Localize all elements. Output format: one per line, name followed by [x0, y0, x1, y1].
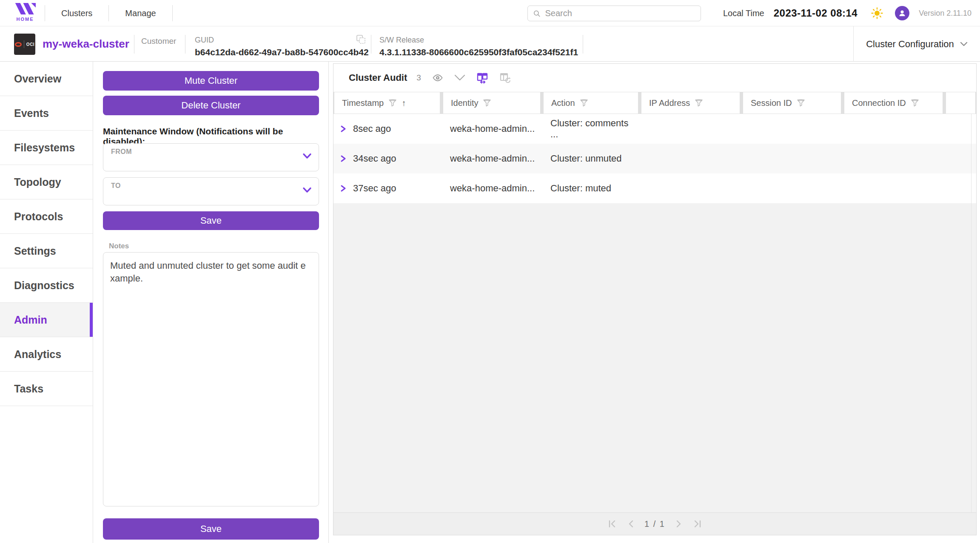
audit-table-row[interactable]: 34sec agoweka-home-admin...Cluster: unmu…	[333, 144, 976, 173]
maintenance-from-select[interactable]: FROM	[103, 143, 319, 171]
delete-cluster-button[interactable]: Delete Cluster	[103, 96, 319, 115]
nav-item-manage[interactable]: Manage	[109, 0, 172, 26]
expand-row-chevron-icon[interactable]	[340, 185, 346, 192]
version-label: Version 2.11.10	[919, 9, 971, 18]
cell-identity: weka-home-admin...	[442, 144, 539, 173]
sidebar-item-label: Settings	[14, 245, 56, 257]
cell-empty	[945, 144, 976, 173]
mute-cluster-button[interactable]: Mute Cluster	[103, 71, 319, 91]
scrollbar-track[interactable]	[971, 114, 971, 512]
weka-logo-icon	[14, 3, 36, 14]
top-bar-right: Local Time 2023-11-02 08:14	[723, 0, 971, 26]
chevron-down-icon	[960, 42, 968, 47]
guid-block: GUID b64c12da-d662-49a7-ba8b-547600cc4b4…	[195, 36, 369, 57]
admin-panel: Mute Cluster Delete Cluster Maintenance …	[103, 62, 319, 543]
sidebar-item-events[interactable]: Events	[0, 96, 93, 131]
cluster-audit-panel: Cluster Audit 3	[333, 63, 977, 535]
save-maintenance-window-button[interactable]: Save	[103, 211, 319, 230]
cell-text: weka-home-admin...	[450, 123, 535, 134]
expand-row-chevron-icon[interactable]	[340, 125, 346, 133]
sidebar-item-analytics[interactable]: Analytics	[0, 337, 93, 372]
save-notes-button[interactable]: Save	[103, 518, 319, 540]
local-time-value: 2023-11-02 08:14	[774, 7, 858, 19]
nav-item-clusters[interactable]: Clusters	[45, 0, 108, 26]
filter-funnel-icon[interactable]	[694, 98, 704, 108]
cluster-configuration-dropdown[interactable]: Cluster Configuration	[853, 26, 980, 62]
oci-provider-icon: OCI	[14, 34, 35, 55]
search-box[interactable]	[527, 6, 701, 21]
sidebar-item-filesystems[interactable]: Filesystems	[0, 131, 93, 165]
cell-session	[742, 114, 840, 144]
theme-toggle-sun-icon[interactable]	[871, 7, 883, 19]
cell-identity: weka-home-admin...	[442, 173, 539, 203]
filter-funnel-icon[interactable]	[796, 98, 806, 108]
filter-funnel-icon[interactable]	[388, 98, 397, 108]
column-header-session-id[interactable]: Session ID	[743, 92, 841, 114]
cell-connection	[843, 144, 942, 173]
first-page-button[interactable]	[608, 520, 617, 528]
copy-guid-icon[interactable]	[356, 34, 367, 47]
column-header-timestamp[interactable]: Timestamp↑	[334, 92, 440, 114]
filter-funnel-icon[interactable]	[910, 98, 920, 108]
local-time-label: Local Time	[723, 9, 764, 18]
column-header-label: Identity	[451, 98, 478, 108]
last-page-button[interactable]	[692, 520, 702, 528]
filter-funnel-icon[interactable]	[482, 98, 492, 108]
sidebar-item-diagnostics[interactable]: Diagnostics	[0, 268, 93, 303]
sidebar-item-label: Overview	[14, 73, 61, 85]
sidebar-item-topology[interactable]: Topology	[0, 165, 93, 199]
column-header-label: Connection ID	[852, 98, 906, 108]
cell-text: Cluster: comments ...	[550, 118, 637, 140]
audit-row-count: 3	[416, 73, 421, 82]
cell-connection	[843, 173, 942, 203]
user-avatar[interactable]	[895, 6, 909, 20]
audit-title-bar: Cluster Audit 3	[333, 64, 976, 92]
divider	[172, 5, 173, 21]
column-header-ip-address[interactable]: IP Address	[641, 92, 740, 114]
notes-label: Notes	[109, 242, 129, 250]
divider	[134, 35, 134, 54]
cell-session	[742, 144, 840, 173]
sort-ascending-icon[interactable]: ↑	[402, 98, 406, 108]
reset-columns-icon[interactable]	[499, 72, 511, 84]
sidebar-item-label: Tasks	[14, 383, 43, 395]
fit-columns-icon[interactable]	[476, 72, 488, 84]
cell-empty	[945, 173, 976, 203]
weka-home-logo[interactable]: HOME	[14, 3, 36, 22]
column-header-label: Timestamp	[342, 98, 384, 108]
filter-funnel-icon[interactable]	[579, 98, 589, 108]
divider	[328, 62, 329, 543]
notes-textarea[interactable]	[103, 252, 319, 506]
column-header-connection-id[interactable]: Connection ID	[844, 92, 943, 114]
sidebar-item-tasks[interactable]: Tasks	[0, 372, 93, 406]
search-input[interactable]	[545, 9, 696, 18]
next-page-button[interactable]	[675, 520, 682, 528]
cell-text: 8sec ago	[353, 123, 391, 134]
column-header-identity[interactable]: Identity	[443, 92, 540, 114]
visibility-eye-icon[interactable]	[432, 72, 443, 83]
weka-home-app: HOME Clusters Manage Local Time 2023-11-…	[0, 0, 980, 543]
sidebar-item-admin[interactable]: Admin	[0, 303, 93, 337]
customer-label: Customer	[141, 37, 176, 46]
sidebar-item-label: Admin	[14, 314, 47, 326]
maintenance-to-select[interactable]: TO	[103, 177, 319, 205]
cell-ip	[641, 144, 739, 173]
sidebar-item-overview[interactable]: Overview	[0, 62, 93, 96]
column-header-label: Action	[551, 98, 575, 108]
sidebar-item-protocols[interactable]: Protocols	[0, 199, 93, 234]
cell-timestamp: 34sec ago	[333, 144, 439, 173]
divider	[185, 35, 185, 54]
previous-page-button[interactable]	[627, 520, 634, 528]
sidebar-item-label: Events	[14, 107, 49, 119]
audit-table-row[interactable]: 37sec agoweka-home-admin...Cluster: mute…	[333, 173, 976, 203]
cell-action: Cluster: muted	[543, 173, 637, 203]
cell-action: Cluster: unmuted	[543, 144, 637, 173]
audit-table-row[interactable]: 8sec agoweka-home-admin...Cluster: comme…	[333, 114, 976, 144]
column-header-action[interactable]: Action	[544, 92, 638, 114]
audit-table-body: 8sec agoweka-home-admin...Cluster: comme…	[333, 114, 976, 512]
expand-row-chevron-icon[interactable]	[340, 155, 346, 162]
collapse-chevron-down-icon[interactable]	[454, 74, 465, 81]
cell-ip	[641, 173, 739, 203]
sidebar-item-settings[interactable]: Settings	[0, 234, 93, 268]
cell-text: Cluster: muted	[550, 183, 611, 194]
